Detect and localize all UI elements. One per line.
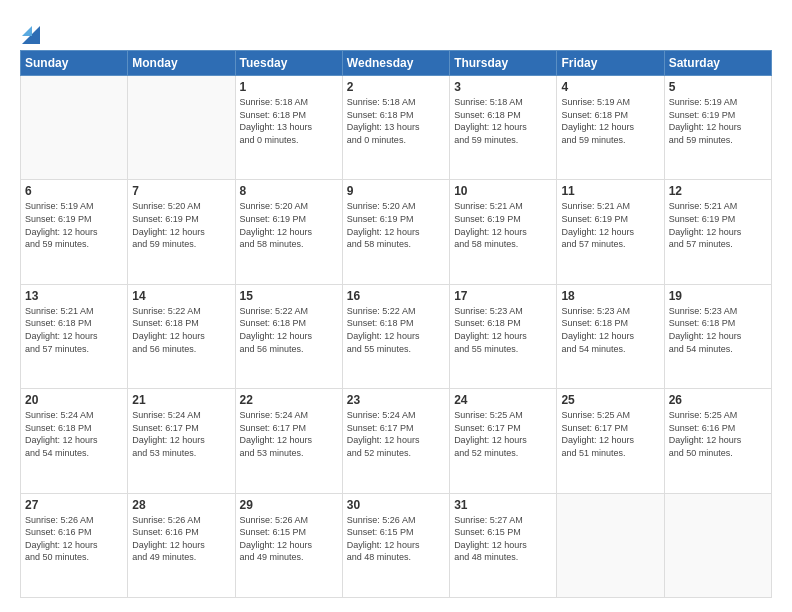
day-number: 1 (240, 80, 338, 94)
calendar-cell: 22Sunrise: 5:24 AMSunset: 6:17 PMDayligh… (235, 389, 342, 493)
calendar-cell: 17Sunrise: 5:23 AMSunset: 6:18 PMDayligh… (450, 284, 557, 388)
day-number: 28 (132, 498, 230, 512)
day-info: Sunrise: 5:19 AMSunset: 6:19 PMDaylight:… (25, 200, 123, 250)
day-info: Sunrise: 5:19 AMSunset: 6:18 PMDaylight:… (561, 96, 659, 146)
day-info: Sunrise: 5:25 AMSunset: 6:16 PMDaylight:… (669, 409, 767, 459)
weekday-header-thursday: Thursday (450, 51, 557, 76)
day-number: 26 (669, 393, 767, 407)
day-info: Sunrise: 5:26 AMSunset: 6:16 PMDaylight:… (132, 514, 230, 564)
day-number: 9 (347, 184, 445, 198)
day-number: 31 (454, 498, 552, 512)
day-info: Sunrise: 5:23 AMSunset: 6:18 PMDaylight:… (561, 305, 659, 355)
calendar-cell: 10Sunrise: 5:21 AMSunset: 6:19 PMDayligh… (450, 180, 557, 284)
calendar-cell: 11Sunrise: 5:21 AMSunset: 6:19 PMDayligh… (557, 180, 664, 284)
day-number: 23 (347, 393, 445, 407)
calendar-cell: 6Sunrise: 5:19 AMSunset: 6:19 PMDaylight… (21, 180, 128, 284)
day-info: Sunrise: 5:25 AMSunset: 6:17 PMDaylight:… (454, 409, 552, 459)
day-info: Sunrise: 5:20 AMSunset: 6:19 PMDaylight:… (240, 200, 338, 250)
calendar-cell: 15Sunrise: 5:22 AMSunset: 6:18 PMDayligh… (235, 284, 342, 388)
day-info: Sunrise: 5:19 AMSunset: 6:19 PMDaylight:… (669, 96, 767, 146)
calendar-cell (21, 76, 128, 180)
day-number: 14 (132, 289, 230, 303)
day-number: 7 (132, 184, 230, 198)
weekday-header-monday: Monday (128, 51, 235, 76)
day-number: 3 (454, 80, 552, 94)
calendar-cell: 8Sunrise: 5:20 AMSunset: 6:19 PMDaylight… (235, 180, 342, 284)
day-info: Sunrise: 5:21 AMSunset: 6:19 PMDaylight:… (561, 200, 659, 250)
calendar-table: SundayMondayTuesdayWednesdayThursdayFrid… (20, 50, 772, 598)
week-row-5: 27Sunrise: 5:26 AMSunset: 6:16 PMDayligh… (21, 493, 772, 597)
day-number: 30 (347, 498, 445, 512)
day-info: Sunrise: 5:24 AMSunset: 6:17 PMDaylight:… (132, 409, 230, 459)
calendar-cell (128, 76, 235, 180)
day-info: Sunrise: 5:24 AMSunset: 6:18 PMDaylight:… (25, 409, 123, 459)
day-number: 11 (561, 184, 659, 198)
day-info: Sunrise: 5:25 AMSunset: 6:17 PMDaylight:… (561, 409, 659, 459)
day-number: 4 (561, 80, 659, 94)
weekday-header-saturday: Saturday (664, 51, 771, 76)
calendar-cell: 27Sunrise: 5:26 AMSunset: 6:16 PMDayligh… (21, 493, 128, 597)
logo-icon (22, 16, 40, 44)
calendar-cell: 2Sunrise: 5:18 AMSunset: 6:18 PMDaylight… (342, 76, 449, 180)
calendar-cell: 19Sunrise: 5:23 AMSunset: 6:18 PMDayligh… (664, 284, 771, 388)
day-number: 6 (25, 184, 123, 198)
calendar-cell: 30Sunrise: 5:26 AMSunset: 6:15 PMDayligh… (342, 493, 449, 597)
day-number: 17 (454, 289, 552, 303)
day-info: Sunrise: 5:18 AMSunset: 6:18 PMDaylight:… (454, 96, 552, 146)
week-row-3: 13Sunrise: 5:21 AMSunset: 6:18 PMDayligh… (21, 284, 772, 388)
day-info: Sunrise: 5:21 AMSunset: 6:19 PMDaylight:… (454, 200, 552, 250)
calendar-cell: 23Sunrise: 5:24 AMSunset: 6:17 PMDayligh… (342, 389, 449, 493)
day-number: 29 (240, 498, 338, 512)
day-info: Sunrise: 5:18 AMSunset: 6:18 PMDaylight:… (347, 96, 445, 146)
day-info: Sunrise: 5:24 AMSunset: 6:17 PMDaylight:… (240, 409, 338, 459)
day-info: Sunrise: 5:23 AMSunset: 6:18 PMDaylight:… (454, 305, 552, 355)
calendar-cell: 21Sunrise: 5:24 AMSunset: 6:17 PMDayligh… (128, 389, 235, 493)
weekday-header-friday: Friday (557, 51, 664, 76)
day-info: Sunrise: 5:26 AMSunset: 6:15 PMDaylight:… (347, 514, 445, 564)
calendar-cell: 5Sunrise: 5:19 AMSunset: 6:19 PMDaylight… (664, 76, 771, 180)
calendar-cell: 24Sunrise: 5:25 AMSunset: 6:17 PMDayligh… (450, 389, 557, 493)
calendar-cell: 28Sunrise: 5:26 AMSunset: 6:16 PMDayligh… (128, 493, 235, 597)
calendar-cell: 12Sunrise: 5:21 AMSunset: 6:19 PMDayligh… (664, 180, 771, 284)
calendar-cell: 26Sunrise: 5:25 AMSunset: 6:16 PMDayligh… (664, 389, 771, 493)
calendar-cell: 3Sunrise: 5:18 AMSunset: 6:18 PMDaylight… (450, 76, 557, 180)
calendar-cell: 29Sunrise: 5:26 AMSunset: 6:15 PMDayligh… (235, 493, 342, 597)
day-number: 8 (240, 184, 338, 198)
calendar-cell: 9Sunrise: 5:20 AMSunset: 6:19 PMDaylight… (342, 180, 449, 284)
logo (20, 18, 40, 44)
day-number: 2 (347, 80, 445, 94)
calendar-cell: 20Sunrise: 5:24 AMSunset: 6:18 PMDayligh… (21, 389, 128, 493)
day-number: 21 (132, 393, 230, 407)
day-info: Sunrise: 5:21 AMSunset: 6:19 PMDaylight:… (669, 200, 767, 250)
calendar-cell: 4Sunrise: 5:19 AMSunset: 6:18 PMDaylight… (557, 76, 664, 180)
day-number: 19 (669, 289, 767, 303)
day-number: 22 (240, 393, 338, 407)
calendar-cell: 1Sunrise: 5:18 AMSunset: 6:18 PMDaylight… (235, 76, 342, 180)
day-info: Sunrise: 5:23 AMSunset: 6:18 PMDaylight:… (669, 305, 767, 355)
day-info: Sunrise: 5:26 AMSunset: 6:15 PMDaylight:… (240, 514, 338, 564)
day-number: 20 (25, 393, 123, 407)
day-info: Sunrise: 5:26 AMSunset: 6:16 PMDaylight:… (25, 514, 123, 564)
calendar-cell: 13Sunrise: 5:21 AMSunset: 6:18 PMDayligh… (21, 284, 128, 388)
weekday-header-row: SundayMondayTuesdayWednesdayThursdayFrid… (21, 51, 772, 76)
day-info: Sunrise: 5:27 AMSunset: 6:15 PMDaylight:… (454, 514, 552, 564)
calendar-cell (557, 493, 664, 597)
day-number: 25 (561, 393, 659, 407)
day-number: 16 (347, 289, 445, 303)
calendar-cell: 18Sunrise: 5:23 AMSunset: 6:18 PMDayligh… (557, 284, 664, 388)
day-info: Sunrise: 5:22 AMSunset: 6:18 PMDaylight:… (240, 305, 338, 355)
weekday-header-sunday: Sunday (21, 51, 128, 76)
calendar-cell: 14Sunrise: 5:22 AMSunset: 6:18 PMDayligh… (128, 284, 235, 388)
week-row-1: 1Sunrise: 5:18 AMSunset: 6:18 PMDaylight… (21, 76, 772, 180)
svg-marker-1 (22, 26, 32, 36)
day-info: Sunrise: 5:22 AMSunset: 6:18 PMDaylight:… (132, 305, 230, 355)
day-number: 18 (561, 289, 659, 303)
day-info: Sunrise: 5:20 AMSunset: 6:19 PMDaylight:… (132, 200, 230, 250)
calendar-cell: 31Sunrise: 5:27 AMSunset: 6:15 PMDayligh… (450, 493, 557, 597)
day-info: Sunrise: 5:22 AMSunset: 6:18 PMDaylight:… (347, 305, 445, 355)
weekday-header-tuesday: Tuesday (235, 51, 342, 76)
day-info: Sunrise: 5:24 AMSunset: 6:17 PMDaylight:… (347, 409, 445, 459)
day-number: 15 (240, 289, 338, 303)
day-number: 27 (25, 498, 123, 512)
day-number: 12 (669, 184, 767, 198)
